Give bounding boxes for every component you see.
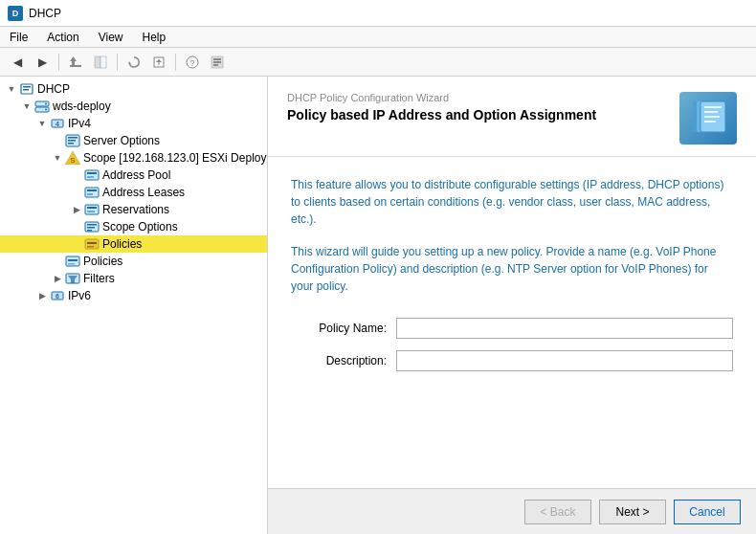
server-options-label: Server Options [83, 134, 160, 147]
policies-label: Policies [83, 255, 122, 268]
svg-text:6: 6 [56, 293, 59, 300]
address-leases-label: Address Leases [102, 186, 185, 199]
svg-rect-56 [704, 106, 722, 108]
expand-policies-scope [69, 236, 84, 252]
policies-scope-icon [84, 236, 100, 252]
policy-name-input[interactable] [396, 318, 733, 339]
description-row: Description: [291, 350, 733, 371]
tree-item-ipv6[interactable]: ▶ 6 IPv6 [0, 287, 267, 304]
expand-policies [50, 254, 65, 269]
tree-item-wds[interactable]: ▼ wds-deploy [0, 98, 267, 115]
toolbar-forward[interactable]: ▶ [31, 52, 54, 73]
tree-item-policies-scope[interactable]: Policies [0, 235, 267, 253]
svg-point-21 [45, 109, 47, 111]
svg-rect-17 [23, 89, 29, 91]
menu-action[interactable]: Action [37, 29, 88, 46]
toolbar-show-hide[interactable] [89, 52, 112, 73]
svg-rect-26 [68, 140, 76, 142]
tree-item-address-leases[interactable]: Address Leases [0, 184, 267, 201]
wizard-panel: DHCP Policy Configuration Wizard Policy … [268, 77, 756, 534]
toolbar-export[interactable] [147, 52, 170, 73]
svg-rect-12 [213, 58, 221, 60]
wds-label: wds-deploy [53, 100, 111, 113]
toolbar-sep-2 [117, 54, 118, 71]
svg-rect-33 [85, 188, 99, 197]
expand-ipv4[interactable]: ▼ [34, 116, 50, 131]
filters-icon [65, 271, 80, 286]
svg-rect-0 [70, 65, 81, 67]
svg-marker-8 [156, 59, 162, 62]
svg-rect-57 [704, 111, 718, 113]
expand-address-pool [69, 167, 84, 183]
wizard-guide-text: This wizard will guide you setting up a … [291, 243, 733, 295]
svg-rect-58 [704, 116, 720, 118]
dhcp-icon [19, 81, 34, 97]
svg-rect-44 [87, 242, 97, 244]
svg-rect-35 [87, 193, 93, 195]
tree-item-filters[interactable]: ▶ Filters [0, 270, 267, 287]
svg-rect-25 [68, 137, 78, 139]
svg-rect-45 [87, 246, 94, 248]
svg-marker-2 [70, 56, 77, 61]
server-icon [34, 99, 50, 114]
toolbar-sep-3 [175, 54, 176, 71]
expand-dhcp[interactable]: ▼ [4, 81, 19, 97]
policies-scope-label: Policies [102, 237, 142, 251]
menu-file[interactable]: File [0, 29, 37, 46]
toolbar-refresh[interactable] [122, 52, 145, 73]
tree-item-ipv4[interactable]: ▼ 4 IPv4 [0, 115, 267, 132]
svg-rect-30 [85, 170, 99, 180]
menu-bar: File Action View Help [0, 27, 756, 48]
wizard-header-icon [679, 92, 737, 145]
reservations-icon [84, 202, 100, 217]
scope-options-icon [84, 219, 100, 234]
wizard-footer: < Back Next > Cancel [268, 488, 756, 534]
toolbar-help[interactable]: ? [181, 52, 204, 73]
ipv4-label: IPv4 [68, 117, 91, 130]
description-input[interactable] [396, 350, 733, 371]
toolbar-properties[interactable] [206, 52, 229, 73]
scope-label: Scope [192.168.123.0] ESXi Deployment [83, 151, 268, 165]
server-options-icon [65, 133, 80, 148]
tree-item-scope[interactable]: ▼ S Scope [192.168.123.0] ESXi Deploymen… [0, 149, 267, 167]
expand-reservations[interactable]: ▶ [69, 202, 84, 217]
menu-help[interactable]: Help [133, 29, 176, 46]
svg-rect-3 [95, 56, 100, 68]
toolbar-up[interactable] [64, 52, 87, 73]
ipv6-icon: 6 [50, 288, 65, 303]
address-pool-icon [84, 167, 100, 183]
menu-view[interactable]: View [89, 29, 133, 46]
next-button[interactable]: Next > [599, 500, 666, 524]
app-icon: D [8, 6, 23, 21]
toolbar-back[interactable]: ◀ [6, 52, 29, 73]
svg-rect-47 [68, 259, 78, 261]
filters-label: Filters [83, 272, 115, 285]
address-leases-icon [84, 185, 100, 200]
expand-wds[interactable]: ▼ [19, 99, 34, 114]
back-button[interactable]: < Back [524, 500, 591, 524]
expand-scope-options [69, 219, 84, 234]
policies-icon [65, 254, 80, 269]
tree-item-policies[interactable]: Policies [0, 253, 267, 270]
tree-item-scope-options[interactable]: Scope Options [0, 218, 267, 235]
tree-item-server-options[interactable]: Server Options [0, 132, 267, 149]
cancel-button[interactable]: Cancel [674, 500, 741, 524]
scope-options-label: Scope Options [102, 220, 178, 234]
svg-rect-42 [87, 230, 92, 232]
expand-scope[interactable]: ▼ [50, 150, 65, 166]
policy-name-row: Policy Name: [291, 318, 733, 339]
expand-ipv6[interactable]: ▶ [34, 288, 50, 303]
svg-rect-4 [100, 56, 106, 68]
expand-filters[interactable]: ▶ [50, 271, 65, 286]
tree-item-address-pool[interactable]: Address Pool [0, 167, 267, 184]
wizard-header: DHCP Policy Configuration Wizard Policy … [268, 77, 756, 157]
description-label: Description: [291, 354, 387, 367]
svg-rect-59 [704, 121, 716, 122]
svg-rect-13 [213, 61, 221, 63]
tree-item-dhcp[interactable]: ▼ DHCP [0, 80, 267, 98]
tree-item-reservations[interactable]: ▶ Reservations [0, 201, 267, 218]
address-pool-label: Address Pool [102, 168, 170, 182]
reservations-label: Reservations [102, 203, 169, 216]
svg-rect-37 [87, 207, 97, 209]
svg-rect-16 [23, 86, 31, 88]
